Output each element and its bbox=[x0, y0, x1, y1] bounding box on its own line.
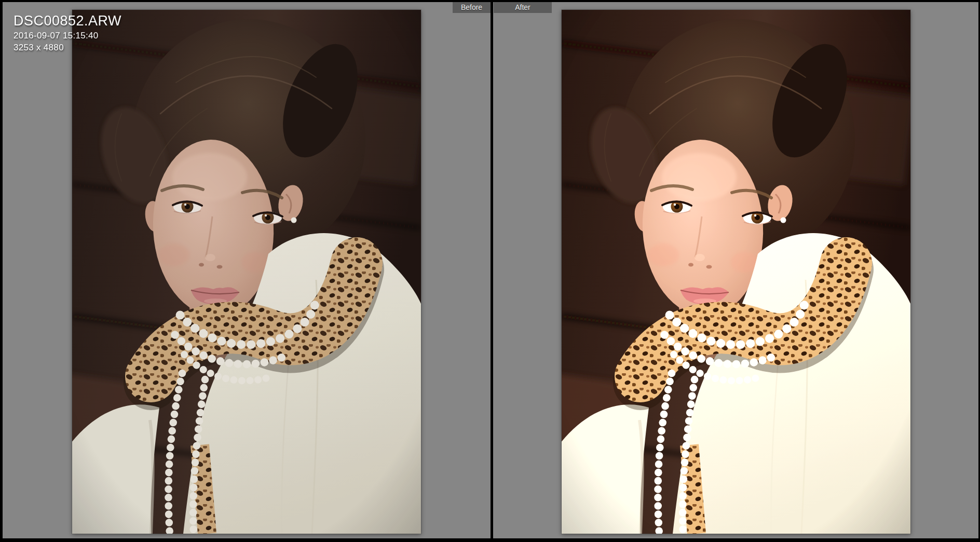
before-portrait-image bbox=[72, 10, 421, 534]
before-photo[interactable] bbox=[72, 10, 421, 534]
after-photo[interactable] bbox=[562, 10, 910, 534]
before-pane: DSC00852.ARW 2016-09-07 15:15:40 3253 x … bbox=[3, 2, 491, 538]
after-pane: After bbox=[493, 2, 978, 538]
after-tab[interactable]: After bbox=[494, 2, 552, 13]
before-tab[interactable]: Before bbox=[453, 2, 491, 13]
after-portrait-image bbox=[562, 10, 910, 534]
compare-window: DSC00852.ARW 2016-09-07 15:15:40 3253 x … bbox=[0, 0, 980, 542]
before-after-compare-view: DSC00852.ARW 2016-09-07 15:15:40 3253 x … bbox=[3, 2, 978, 538]
